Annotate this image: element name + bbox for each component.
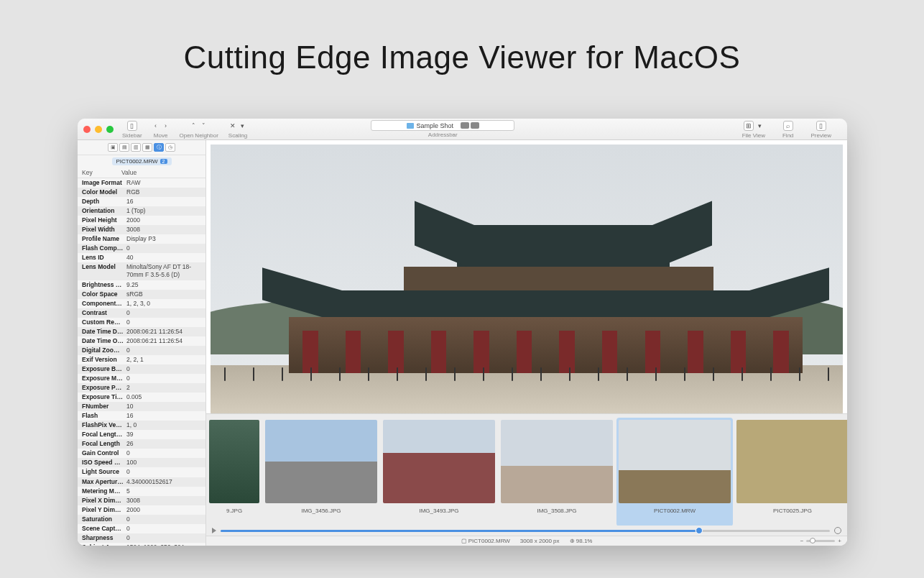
metadata-row: Metering Mode5 <box>78 487 205 496</box>
zoom-in-icon[interactable]: + <box>838 538 841 544</box>
metadata-row: Components C...1, 2, 3, 0 <box>78 299 205 308</box>
metadata-row: Exposure Mode0 <box>78 374 205 383</box>
toolbar-find-label: Find <box>782 132 794 139</box>
metadata-value: 0 <box>124 468 201 476</box>
metadata-value: 0 <box>124 365 201 373</box>
thumbnail-image <box>619 420 731 503</box>
thumbnail-scrubber[interactable] <box>206 526 847 536</box>
play-icon[interactable] <box>212 528 216 533</box>
metadata-key: Max Aperture... <box>82 478 124 486</box>
status-dimensions: 3008 x 2000 px <box>520 538 560 544</box>
metadata-value: 10 <box>124 403 201 410</box>
metadata-key: Date Time Digi... <box>82 328 124 336</box>
addressbar-value: Sample Shot <box>417 122 454 129</box>
metadata-row: Depth16 <box>78 197 205 206</box>
metadata-key: Color Model <box>82 188 124 196</box>
metadata-header-value: Value <box>121 169 201 176</box>
sidebar-tab-info[interactable]: ⓘ <box>154 143 164 152</box>
thumbnail[interactable]: PICT0025.JPG <box>736 420 847 524</box>
metadata-value: 2008:06:21 11:26:54 <box>124 328 201 336</box>
minimize-button[interactable] <box>95 126 102 133</box>
toolbar-find[interactable]: ⌕ Find <box>782 120 794 139</box>
metadata-row: Custom Rende...0 <box>78 318 205 327</box>
sidebar-filename-text: PICT0002.MRW <box>116 158 158 165</box>
metadata-value: 2, 2, 1 <box>124 356 201 364</box>
metadata-key: Components C... <box>82 300 124 308</box>
prev-icon[interactable]: ‹ <box>152 121 160 131</box>
metadata-row: Flash Compen...0 <box>78 244 205 253</box>
sidebar-filename[interactable]: PICT0002.MRW 2 <box>112 157 172 165</box>
metadata-key: Pixel Height <box>82 216 124 224</box>
metadata-key: Gain Control <box>82 449 124 457</box>
statusbar: ▢ PICT0002.MRW 3008 x 2000 px ⊕ 98.1% − … <box>206 536 847 546</box>
metadata-row: Gain Control0 <box>78 449 205 458</box>
next-icon[interactable]: › <box>162 121 170 131</box>
metadata-list[interactable]: Image FormatRAWColor ModelRGBDepth16Orie… <box>78 178 205 546</box>
metadata-row: Orientation1 (Top) <box>78 206 205 216</box>
toolbar-file-view[interactable]: ⊞▾ File View <box>742 120 765 139</box>
metadata-row: ISO Speed Rat...100 <box>78 458 205 467</box>
metadata-row: Digital Zoom R...0 <box>78 346 205 355</box>
close-button[interactable] <box>83 126 91 133</box>
app-window: ▯ Sidebar ‹› Move ˄˅ Open Neighbor ✕▾ Sc… <box>78 119 847 546</box>
metadata-key: Pixel Y Dimens... <box>82 506 124 514</box>
sidebar-file-badge: 2 <box>160 159 167 164</box>
sidebar-tab-4[interactable]: ▦ <box>142 143 152 152</box>
sidebar-toggle-icon: ▯ <box>127 121 137 131</box>
zoom-knob[interactable] <box>810 538 816 543</box>
status-filename: ▢ PICT0002.MRW <box>461 538 510 544</box>
image-viewer[interactable] <box>206 140 847 413</box>
metadata-value: 5 <box>124 487 201 495</box>
toolbar-preview[interactable]: ▯ Preview <box>811 120 831 139</box>
metadata-key: Focal Length <box>82 440 124 448</box>
zoom-button[interactable] <box>106 126 114 133</box>
sidebar-tab-1[interactable]: ▣ <box>108 143 118 152</box>
metadata-value: 0 <box>124 375 201 382</box>
chevron-down-icon[interactable]: ▾ <box>757 121 764 131</box>
metadata-value: 1504, 1000, 256, 304 <box>124 543 201 546</box>
metadata-value: sRGB <box>124 290 201 298</box>
scrubber-track[interactable] <box>221 530 830 532</box>
sidebar-tab-6[interactable]: ◷ <box>165 143 175 152</box>
addressbar[interactable]: Sample Shot Addressbar <box>371 120 514 138</box>
chevron-down-icon[interactable]: ▾ <box>239 121 246 131</box>
thumbnail[interactable]: 9.JPG <box>209 420 259 524</box>
toolbar-move[interactable]: ‹› Move <box>152 120 170 139</box>
metadata-row: FNumber10 <box>78 402 205 411</box>
metadata-value: 0 <box>124 515 201 523</box>
metadata-key: Exposure Time <box>82 393 124 401</box>
thumbnail[interactable]: IMG_3508.JPG <box>501 420 613 524</box>
scrubber-knob[interactable] <box>696 527 703 534</box>
metadata-row: FlashPix Version1, 0 <box>78 421 205 430</box>
metadata-row: Pixel X Dimens...3008 <box>78 496 205 505</box>
gear-icon[interactable] <box>834 527 841 534</box>
metadata-row: Brightness Val...9.25 <box>78 280 205 290</box>
metadata-value: 0 <box>124 347 201 354</box>
badge-2 <box>471 122 479 129</box>
zoom-out-icon[interactable]: − <box>800 538 804 544</box>
metadata-key: Date Time Ori... <box>82 337 124 345</box>
metadata-key: Lens ID <box>82 254 124 262</box>
metadata-value: 0 <box>124 318 201 326</box>
sidebar-tab-3[interactable]: ▥ <box>131 143 141 152</box>
thumbnail[interactable]: IMG_3456.JPG <box>265 420 377 524</box>
sidebar-tab-2[interactable]: ▤ <box>119 143 129 152</box>
toolbar-sidebar[interactable]: ▯ Sidebar <box>122 120 142 139</box>
page-headline: Cutting Edge Image Viewer for MacOS <box>0 0 924 75</box>
thumbnail[interactable]: PICT0002.MRW <box>616 418 733 526</box>
metadata-key: Saturation <box>82 515 124 523</box>
zoom-slider[interactable]: − + <box>800 538 841 544</box>
sidebar: ▣ ▤ ▥ ▦ ⓘ ◷ PICT0002.MRW 2 Key Value Ima… <box>78 140 206 546</box>
up-icon[interactable]: ˄ <box>190 121 198 131</box>
metadata-key: Pixel X Dimens... <box>82 497 124 505</box>
metadata-value: Minolta/Sony AF DT 18-70mm F 3.5-5.6 (D) <box>124 263 201 279</box>
metadata-value: 26 <box>124 440 201 448</box>
metadata-value: Display P3 <box>124 235 201 243</box>
toolbar-scaling[interactable]: ✕▾ Scaling <box>228 120 247 139</box>
metadata-value: 0 <box>124 309 201 317</box>
metadata-value: 16 <box>124 412 201 420</box>
toolbar-open-neighbor[interactable]: ˄˅ Open Neighbor <box>180 120 218 139</box>
down-icon[interactable]: ˅ <box>200 121 208 131</box>
thumbnail[interactable]: IMG_3493.JPG <box>383 420 495 524</box>
main-area: 9.JPGIMG_3456.JPGIMG_3493.JPGIMG_3508.JP… <box>206 140 847 546</box>
